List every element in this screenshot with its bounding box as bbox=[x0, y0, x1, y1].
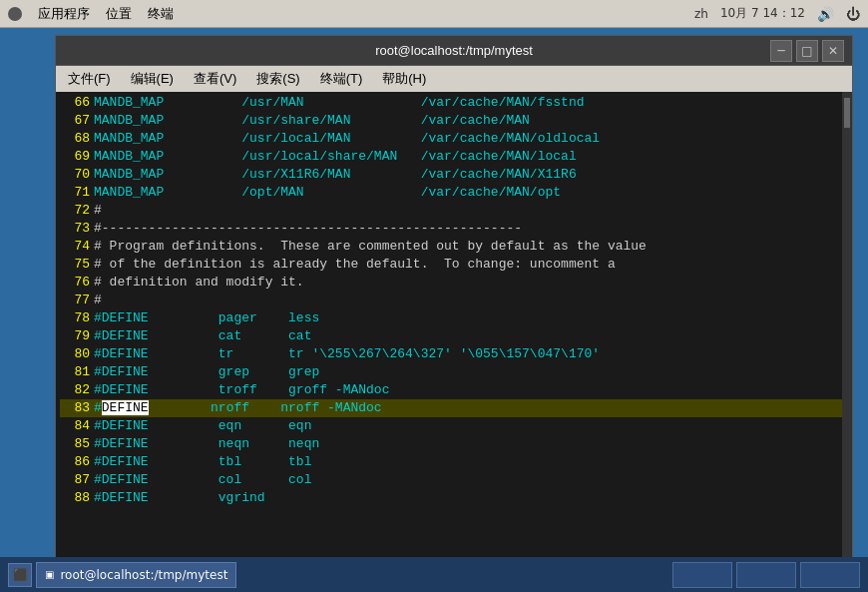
scroll-thumb[interactable] bbox=[844, 98, 850, 128]
code-line: 72# bbox=[60, 202, 848, 220]
line-number: 73 bbox=[60, 220, 90, 238]
code-line: 86#DEFINE tbl tbl bbox=[60, 453, 848, 471]
code-line: 67MANDB_MAP /usr/share/MAN /var/cache/MA… bbox=[60, 112, 848, 130]
line-number: 75 bbox=[60, 256, 90, 274]
code-line: 83#DEFINE nroff nroff -MANdoc bbox=[60, 399, 848, 417]
line-content: #DEFINE cat cat bbox=[94, 327, 311, 345]
line-number: 71 bbox=[60, 184, 90, 202]
top-bar-left: 应用程序 位置 终端 bbox=[8, 5, 694, 23]
line-number: 76 bbox=[60, 274, 90, 292]
line-content: MANDB_MAP /usr/X11R6/MAN /var/cache/MAN/… bbox=[94, 166, 577, 184]
line-number: 77 bbox=[60, 292, 90, 309]
code-line: 75# of the definition is already the def… bbox=[60, 256, 848, 274]
code-line: 69MANDB_MAP /usr/local/share/MAN /var/ca… bbox=[60, 148, 848, 166]
window-controls: ─ □ ✕ bbox=[770, 40, 844, 62]
line-content: MANDB_MAP /usr/MAN /var/cache/MAN/fsstnd bbox=[94, 94, 584, 112]
code-area: 66MANDB_MAP /usr/MAN /var/cache/MAN/fsst… bbox=[56, 92, 852, 561]
line-content: #---------------------------------------… bbox=[94, 220, 522, 238]
line-number: 80 bbox=[60, 345, 90, 363]
taskbar-show-desktop[interactable]: ⬛ bbox=[8, 563, 32, 587]
taskbar-right bbox=[672, 562, 860, 588]
line-number: 81 bbox=[60, 363, 90, 381]
line-content: # of the definition is already the defau… bbox=[94, 256, 616, 274]
line-number: 87 bbox=[60, 471, 90, 489]
line-number: 78 bbox=[60, 309, 90, 327]
locale-label: zh bbox=[694, 7, 708, 21]
scrollbar[interactable] bbox=[842, 92, 852, 561]
code-line: 74# Program definitions. These are comme… bbox=[60, 238, 848, 256]
line-number: 70 bbox=[60, 166, 90, 184]
line-number: 88 bbox=[60, 489, 90, 507]
system-top-bar: 应用程序 位置 终端 zh 10月 7 14：12 🔊 ⏻ bbox=[0, 0, 868, 28]
line-content: # Program definitions. These are comment… bbox=[94, 238, 647, 256]
app-menu[interactable]: 应用程序 bbox=[38, 5, 90, 23]
menu-bar: 文件(F) 编辑(E) 查看(V) 搜索(S) 终端(T) 帮助(H) bbox=[56, 66, 852, 92]
line-number: 79 bbox=[60, 327, 90, 345]
line-number: 68 bbox=[60, 130, 90, 148]
maximize-button[interactable]: □ bbox=[796, 40, 818, 62]
line-number: 85 bbox=[60, 435, 90, 453]
top-bar-right: zh 10月 7 14：12 🔊 ⏻ bbox=[694, 5, 860, 22]
line-number: 83 bbox=[60, 399, 90, 417]
menu-search[interactable]: 搜索(S) bbox=[248, 68, 307, 90]
minimize-button[interactable]: ─ bbox=[770, 40, 792, 62]
line-content: #DEFINE col col bbox=[94, 471, 311, 489]
terminal-window: root@localhost:/tmp/mytest ─ □ ✕ 文件(F) 编… bbox=[55, 35, 853, 584]
code-line: 82#DEFINE troff groff -MANdoc bbox=[60, 381, 848, 399]
code-line: 78#DEFINE pager less bbox=[60, 309, 848, 327]
code-line: 84#DEFINE eqn eqn bbox=[60, 417, 848, 435]
code-line: 70MANDB_MAP /usr/X11R6/MAN /var/cache/MA… bbox=[60, 166, 848, 184]
menu-edit[interactable]: 编辑(E) bbox=[123, 68, 182, 90]
line-number: 84 bbox=[60, 417, 90, 435]
line-number: 66 bbox=[60, 94, 90, 112]
code-line: 73#-------------------------------------… bbox=[60, 220, 848, 238]
menu-help[interactable]: 帮助(H) bbox=[374, 68, 434, 90]
line-content: #DEFINE nroff nroff -MANdoc bbox=[94, 399, 382, 417]
power-icon[interactable]: ⏻ bbox=[846, 6, 860, 22]
code-line: 88#DEFINE vgrind bbox=[60, 489, 848, 507]
code-line: 81#DEFINE grep grep bbox=[60, 363, 848, 381]
line-number: 67 bbox=[60, 112, 90, 130]
taskbar-terminal-icon: ▣ bbox=[45, 569, 54, 580]
code-line: 85#DEFINE neqn neqn bbox=[60, 435, 848, 453]
taskbar-btn-1[interactable] bbox=[672, 562, 732, 588]
menu-view[interactable]: 查看(V) bbox=[186, 68, 244, 90]
position-menu[interactable]: 位置 bbox=[106, 5, 132, 23]
close-button[interactable]: ✕ bbox=[822, 40, 844, 62]
line-content: MANDB_MAP /opt/MAN /var/cache/MAN/opt bbox=[94, 184, 561, 202]
code-line: 71MANDB_MAP /opt/MAN /var/cache/MAN/opt bbox=[60, 184, 848, 202]
window-title: root@localhost:/tmp/mytest bbox=[375, 43, 533, 58]
line-content: MANDB_MAP /usr/local/MAN /var/cache/MAN/… bbox=[94, 130, 600, 148]
line-content: MANDB_MAP /usr/local/share/MAN /var/cach… bbox=[94, 148, 577, 166]
terminal-menu[interactable]: 终端 bbox=[148, 5, 174, 23]
taskbar-window-label: root@localhost:/tmp/mytest bbox=[60, 568, 227, 582]
title-bar: root@localhost:/tmp/mytest ─ □ ✕ bbox=[56, 36, 852, 66]
system-menu-icon[interactable] bbox=[8, 7, 22, 21]
code-line: 76# definition and modify it. bbox=[60, 274, 848, 292]
line-number: 82 bbox=[60, 381, 90, 399]
taskbar-btn-2[interactable] bbox=[736, 562, 796, 588]
line-content: #DEFINE vgrind bbox=[94, 489, 265, 507]
line-content: #DEFINE pager less bbox=[94, 309, 319, 327]
datetime-label: 10月 7 14：12 bbox=[720, 5, 805, 22]
line-content: # definition and modify it. bbox=[94, 274, 304, 292]
code-line: 87#DEFINE col col bbox=[60, 471, 848, 489]
taskbar: ⬛ ▣ root@localhost:/tmp/mytest bbox=[0, 557, 868, 592]
menu-terminal[interactable]: 终端(T) bbox=[312, 68, 371, 90]
taskbar-btn-3[interactable] bbox=[800, 562, 860, 588]
line-content: MANDB_MAP /usr/share/MAN /var/cache/MAN bbox=[94, 112, 530, 130]
line-number: 86 bbox=[60, 453, 90, 471]
line-content: #DEFINE tbl tbl bbox=[94, 453, 311, 471]
taskbar-terminal-window[interactable]: ▣ root@localhost:/tmp/mytest bbox=[36, 562, 236, 588]
terminal-content[interactable]: 66MANDB_MAP /usr/MAN /var/cache/MAN/fsst… bbox=[56, 92, 852, 583]
line-content: #DEFINE troff groff -MANdoc bbox=[94, 381, 389, 399]
volume-icon[interactable]: 🔊 bbox=[817, 6, 834, 22]
menu-file[interactable]: 文件(F) bbox=[60, 68, 119, 90]
line-content: #DEFINE neqn neqn bbox=[94, 435, 319, 453]
line-content: # bbox=[94, 202, 102, 220]
line-number: 69 bbox=[60, 148, 90, 166]
line-number: 74 bbox=[60, 238, 90, 256]
code-line: 68MANDB_MAP /usr/local/MAN /var/cache/MA… bbox=[60, 130, 848, 148]
line-number: 72 bbox=[60, 202, 90, 220]
code-line: 66MANDB_MAP /usr/MAN /var/cache/MAN/fsst… bbox=[60, 94, 848, 112]
